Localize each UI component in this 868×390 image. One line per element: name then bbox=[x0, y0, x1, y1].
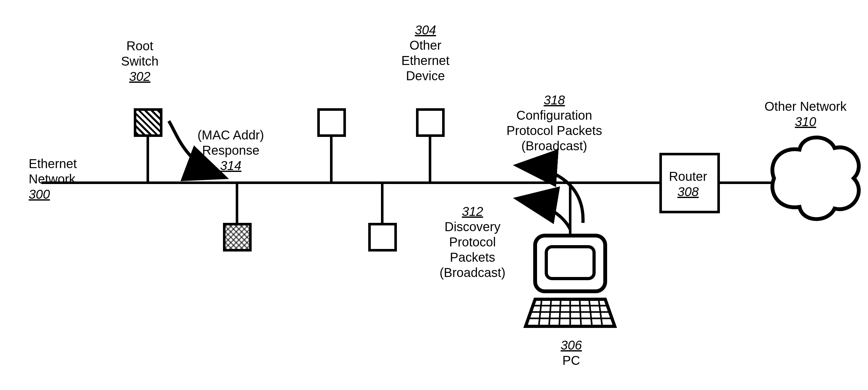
diagram-canvas: Ethernet Network 300 Root Switch 302 304… bbox=[0, 0, 868, 390]
config-label: 318 Configuration Protocol Packets (Broa… bbox=[506, 92, 602, 154]
response-label: (MAC Addr) Response 314 bbox=[197, 127, 264, 173]
arrows bbox=[0, 0, 868, 390]
discovery-label: 312 Discovery Protocol Packets (Broadcas… bbox=[440, 204, 505, 280]
